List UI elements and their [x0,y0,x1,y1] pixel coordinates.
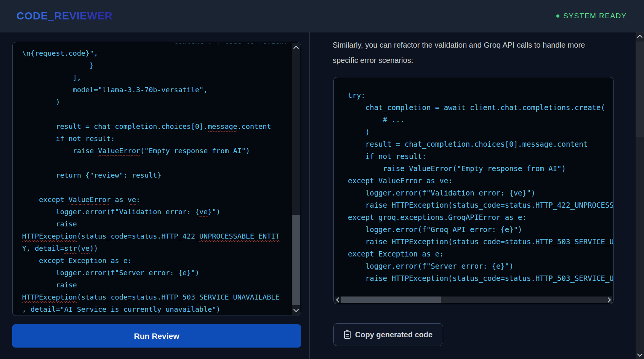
run-review-button[interactable]: Run Review [12,324,301,348]
generated-code-line: # ... [348,114,613,126]
clipboard-icon [344,331,351,339]
generated-code-line: except groq.exceptions.GroqAPIError as e… [348,211,613,223]
editor-row: result = chat_completion.choices[0].mess… [22,120,292,133]
hscroll-right-button[interactable] [606,296,612,303]
editor-row: except ValueError as ve: [22,194,292,206]
code-input-viewport: "content": f"Code to review:\n{request.c… [13,43,292,315]
hscroll-left-button[interactable] [335,296,341,303]
generated-code-line: chat_completion = await client.chat.comp… [348,101,613,114]
editor-row: raise [22,218,292,230]
chevron-left-icon [336,297,341,302]
editor-row: model="llama-3.3-70b-versatile", [22,84,292,96]
editor-row: ) [22,96,292,108]
review-intro: Similarly, you can refactor the validati… [333,37,615,68]
status-label: SYSTEM READY [563,12,627,20]
editor-content: "content": f"Code to review:\n{request.c… [13,43,292,315]
column-divider [309,32,310,359]
generated-code-block: try: chat_completion = await client.chat… [333,77,614,304]
editor-row: \n{request.code}", [22,47,292,59]
generated-code-line: except ValueError as ve: [348,175,613,187]
editor-row [22,181,292,194]
editor-scrollbar-thumb[interactable] [292,215,300,307]
generated-code-line: raise ValueError("Empty response from AI… [348,162,613,175]
editor-row [22,108,292,120]
editor-row: raise [22,279,292,291]
copy-button-label: Copy generated code [355,330,433,339]
editor-row: ], [22,72,292,84]
editor-row: HTTPException(status_code=status.HTTP_50… [22,291,292,303]
generated-code-line: result = chat_completion.choices[0].mess… [348,138,613,150]
editor-row: , detail="AI Service is currently unavai… [22,303,292,315]
generated-code-line: ) [348,126,613,138]
editor-scrollbar[interactable] [292,43,300,315]
editor-row: logger.error(f"Validation error: {ve}") [22,206,292,218]
editor-scroll-up-button[interactable] [292,43,300,53]
generated-code-hscrollbar[interactable] [335,296,612,303]
editor-row: } [22,59,292,72]
page-scroll-up-button[interactable] [636,32,644,41]
app-root: CODE_REVIEWER SYSTEM READY "content": f"… [0,0,644,359]
chevron-down-icon [293,307,299,312]
generated-code-line: logger.error(f"Server error: {e}") [348,260,613,272]
page-scroll-down-button[interactable] [636,351,644,359]
editor-row: logger.error(f"Server error: {e}") [22,267,292,279]
generated-code-line: raise HTTPException(status_code=status.H… [348,199,613,211]
review-intro-line1: Similarly, you can refactor the validati… [333,37,615,53]
generated-code-line: if not result: [348,150,613,162]
editor-row: raise ValueError("Empty response from AI… [22,145,292,157]
header: CODE_REVIEWER SYSTEM READY [0,0,644,32]
generated-code-lines: try: chat_completion = await client.chat… [348,89,613,284]
editor-row: if not result: [22,133,292,145]
page-scrollbar-thumb[interactable] [636,42,644,137]
chevron-down-icon [637,351,642,357]
review-intro-line2: specific error scenarios: [333,53,615,68]
editor-row [22,157,292,169]
copy-generated-code-button[interactable]: Copy generated code [333,323,443,346]
editor-row: HTTPException(status_code=status.HTTP_42… [22,230,292,242]
editor-row: Y, detail=str(ve)) [22,242,292,255]
generated-code-line: try: [348,89,613,101]
editor-row: return {"review": result} [22,169,292,181]
status-badge: SYSTEM READY [556,12,627,20]
generated-code-line: raise HTTPException(status_code=status.H… [348,236,613,248]
chevron-up-icon [637,35,642,40]
code-input[interactable]: "content": f"Code to review:\n{request.c… [12,42,301,316]
chevron-up-icon [293,46,299,51]
app-logo: CODE_REVIEWER [16,10,112,22]
chevron-right-icon [606,297,611,302]
editor-row: except Exception as e: [22,255,292,267]
generated-code-line: logger.error(f"Validation error: {ve}") [348,187,613,199]
editor-row: "content": f"Code to review: [22,43,292,47]
editor-scroll-down-button[interactable] [292,305,300,315]
page-scrollbar[interactable] [636,32,644,359]
generated-code-line: logger.error(f"Groq API error: {e}") [348,223,613,236]
status-dot-icon [556,14,559,18]
hscrollbar-thumb[interactable] [341,296,441,303]
generated-code-line: raise HTTPException(status_code=status.H… [348,272,613,284]
generated-code-line: except Exception as e: [348,248,613,260]
